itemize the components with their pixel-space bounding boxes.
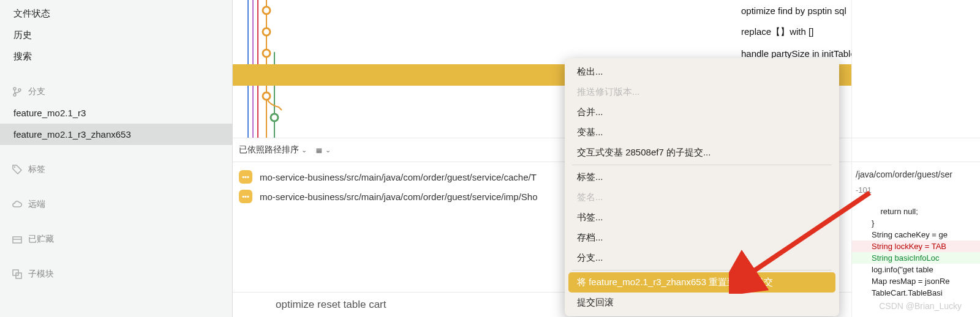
file-modified-icon: ••• bbox=[239, 170, 252, 184]
commit-msg: replace【】with [] bbox=[741, 26, 813, 38]
sidebar-section-branch-label: 分支 bbox=[28, 86, 45, 97]
diff-line: log.info("get table bbox=[852, 264, 980, 275]
file-path: mo-service-business/src/main/java/com/or… bbox=[260, 192, 538, 202]
chevron-down-icon: ⌄ bbox=[301, 146, 307, 154]
sidebar-section-stash-label: 已贮藏 bbox=[28, 234, 54, 245]
sidebar-item-filestatus[interactable]: 文件状态 bbox=[0, 3, 232, 24]
sidebar-section-stash[interactable]: 已贮藏 bbox=[0, 228, 232, 250]
sidebar-section-submodule-label: 子模块 bbox=[28, 269, 54, 280]
ctx-separator bbox=[572, 165, 832, 165]
watermark: CSDN @Brian_Lucky bbox=[879, 301, 962, 311]
list-mode-dropdown[interactable]: ≣ ⌄ bbox=[315, 145, 331, 155]
sidebar-section-tag[interactable]: 标签 bbox=[0, 158, 232, 180]
file-path: mo-service-business/src/main/java/com/or… bbox=[260, 172, 537, 182]
file-modified-icon: ••• bbox=[239, 190, 252, 203]
ctx-interactive-rebase[interactable]: 交互式变基 28508ef7 的子提交... bbox=[568, 143, 835, 163]
sidebar: 文件状态 历史 搜索 分支 feature_mo2.1_r3 feature_m… bbox=[0, 0, 233, 317]
branch-icon bbox=[12, 87, 22, 97]
diff-line: TableCart.TableBasi bbox=[852, 287, 980, 299]
sidebar-item-history[interactable]: 历史 bbox=[0, 24, 232, 46]
list-icon: ≣ bbox=[315, 145, 323, 155]
tag-icon bbox=[12, 165, 22, 174]
sidebar-section-remote-label: 远端 bbox=[28, 199, 45, 210]
sort-label: 已依照路径排序 bbox=[239, 144, 299, 155]
diff-line: } bbox=[852, 217, 980, 229]
ctx-rebase[interactable]: 变基... bbox=[568, 122, 835, 143]
ctx-revert-commit[interactable]: 提交回滚 bbox=[568, 293, 835, 313]
diff-line: return null; bbox=[852, 206, 980, 217]
ctx-push-rev: 推送修订版本... bbox=[568, 82, 835, 102]
diff-line-removed: String lockKey = TAB bbox=[852, 241, 980, 252]
diff-line: Map resMap = jsonRe bbox=[852, 275, 980, 287]
commit-row[interactable]: replace【】with [] bbox=[233, 21, 851, 43]
ctx-sign: 签名... bbox=[568, 187, 835, 207]
sidebar-section-tag-label: 标签 bbox=[28, 164, 45, 175]
ctx-reset-to-commit[interactable]: 将 feature_mo2.1_r3_zhanx653 重置到这次提交 bbox=[568, 272, 835, 293]
ctx-checkout[interactable]: 检出... bbox=[568, 62, 835, 82]
sidebar-section-remote[interactable]: 远端 bbox=[0, 193, 232, 215]
chevron-down-icon: ⌄ bbox=[325, 146, 331, 154]
sidebar-section-branch[interactable]: 分支 bbox=[0, 81, 232, 102]
sidebar-branch-r3[interactable]: feature_mo2.1_r3 bbox=[0, 102, 232, 124]
svg-point-3 bbox=[14, 166, 15, 167]
svg-point-0 bbox=[13, 88, 16, 90]
diff-line-added: String basicInfoLoc bbox=[852, 252, 980, 264]
svg-rect-4 bbox=[13, 237, 21, 243]
commit-msg: optimize find by psptin sql bbox=[741, 6, 846, 16]
svg-point-2 bbox=[18, 89, 21, 91]
stash-icon bbox=[12, 234, 22, 244]
diff-panel: /java/com/order/guest/ser -101 return nu… bbox=[851, 0, 980, 317]
svg-point-1 bbox=[13, 94, 16, 96]
commit-row[interactable]: optimize find by psptin sql bbox=[233, 0, 851, 21]
ctx-archive[interactable]: 存档... bbox=[568, 228, 835, 248]
ctx-merge[interactable]: 合并... bbox=[568, 102, 835, 122]
sort-dropdown[interactable]: 已依照路径排序 ⌄ bbox=[239, 144, 307, 155]
context-menu: 检出... 推送修订版本... 合并... 变基... 交互式变基 28508e… bbox=[565, 58, 839, 316]
diff-file-header: /java/com/order/guest/ser bbox=[852, 162, 980, 182]
ctx-branch[interactable]: 分支... bbox=[568, 248, 835, 268]
ctx-bookmark[interactable]: 书签... bbox=[568, 207, 835, 228]
ctx-tag[interactable]: 标签... bbox=[568, 167, 835, 187]
diff-hunk-header: -101 bbox=[852, 182, 980, 206]
sidebar-item-search[interactable]: 搜索 bbox=[0, 46, 232, 67]
commit-msg: handle partySize in initTableInfo bbox=[741, 48, 851, 59]
submodule-icon bbox=[12, 269, 22, 279]
cloud-icon bbox=[12, 200, 22, 209]
ctx-separator bbox=[572, 270, 832, 270]
sidebar-branch-zhanx653[interactable]: feature_mo2.1_r3_zhanx653 bbox=[0, 124, 232, 145]
diff-line: String cacheKey = ge bbox=[852, 229, 980, 241]
sidebar-section-submodule[interactable]: 子模块 bbox=[0, 263, 232, 285]
